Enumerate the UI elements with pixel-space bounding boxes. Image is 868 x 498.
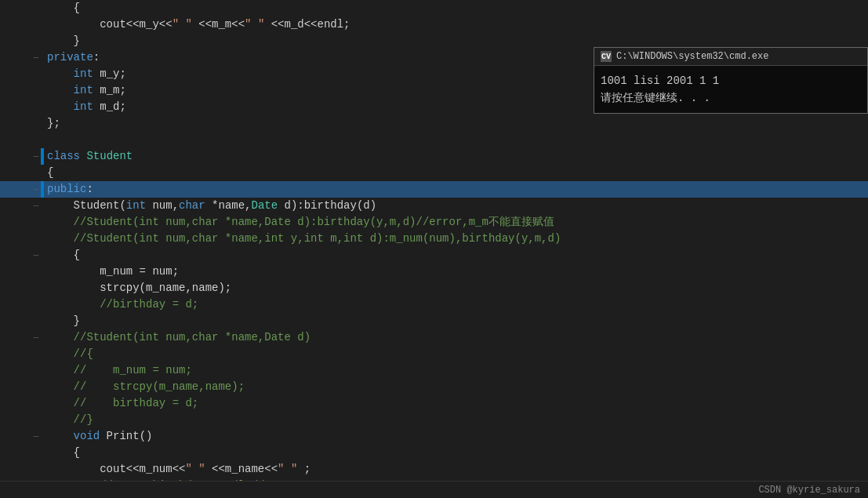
- line-content: {: [44, 247, 80, 264]
- line-content: public:: [44, 181, 93, 198]
- line-content: {: [44, 445, 80, 461]
- code-line: ─ public:: [0, 181, 868, 198]
- code-line: }: [0, 313, 868, 329]
- fold-btn: ─: [31, 152, 41, 162]
- code-line: //}: [0, 412, 868, 428]
- code-line: [0, 132, 868, 148]
- code-line: {: [0, 0, 868, 16]
- line-content: int m_m;: [44, 82, 126, 99]
- cmd-output-line2: 请按任意键继续. . .: [601, 89, 861, 107]
- cmd-icon: CV: [601, 51, 612, 62]
- fold-btn: ─: [31, 53, 41, 63]
- code-line: //Student(int num,char *name,int y,int m…: [0, 231, 868, 247]
- line-content: class Student: [44, 148, 133, 165]
- line-content: Student(int num,char *name,Date d):birth…: [44, 198, 376, 214]
- line-content: }: [44, 313, 80, 329]
- line-content: // birthday = d;: [44, 395, 198, 412]
- line-content: //birthday = d;: [44, 296, 198, 313]
- code-line: //cout<<birthday<<endl;//error: [0, 478, 868, 481]
- code-line: ─ {: [0, 247, 868, 264]
- fold-btn: ─: [31, 185, 41, 194]
- code-line: //birthday = d;: [0, 296, 868, 313]
- line-content: int m_d;: [44, 99, 126, 115]
- line-content: private:: [44, 49, 100, 66]
- cmd-body: 1001 lisi 2001 1 1 请按任意键继续. . .: [594, 66, 867, 113]
- line-content: cout<<m_num<<" " <<m_name<<" " ;: [44, 461, 311, 478]
- line-content: //Student(int num,char *name,int y,int m…: [44, 231, 561, 247]
- code-line: //{: [0, 346, 868, 362]
- fold-btn: ─: [31, 432, 41, 442]
- code-line: strcpy(m_name,name);: [0, 280, 868, 296]
- cmd-window[interactable]: CV C:\WINDOWS\system32\cmd.exe 1001 lisi…: [594, 47, 868, 114]
- line-content: int m_y;: [44, 66, 126, 82]
- code-line: ─ //Student(int num,char *name,Date d): [0, 329, 868, 346]
- line-content: // strcpy(m_name,name);: [44, 379, 245, 395]
- fold-btn: ─: [31, 333, 41, 343]
- code-editor: { cout<<m_y<<" " <<m_m<<" " <<m_d<<endl;…: [0, 0, 868, 481]
- code-line: ─ Student(int num,char *name,Date d):bir…: [0, 198, 868, 214]
- line-content: m_num = num;: [44, 264, 179, 280]
- code-line: // strcpy(m_name,name);: [0, 379, 868, 395]
- line-content: //}: [44, 412, 93, 428]
- fold-btn: ─: [31, 251, 41, 260]
- cmd-title: C:\WINDOWS\system32\cmd.exe: [616, 51, 768, 62]
- code-line: {: [0, 165, 868, 181]
- line-content: }: [44, 33, 80, 49]
- fold-btn: ─: [31, 202, 41, 211]
- line-content: //Student(int num,char *name,Date d): [44, 329, 311, 346]
- cmd-output-line1: 1001 lisi 2001 1 1: [601, 72, 861, 89]
- line-content: {: [44, 0, 80, 16]
- line-content: };: [44, 115, 60, 132]
- code-line: ─ void Print(): [0, 428, 868, 445]
- code-line: // m_num = num;: [0, 362, 868, 379]
- code-line: ─ class Student: [0, 148, 868, 165]
- code-line: //Student(int num,char *name,Date d):bir…: [0, 214, 868, 231]
- editor-area: { cout<<m_y<<" " <<m_m<<" " <<m_d<<endl;…: [0, 0, 868, 481]
- code-line: m_num = num;: [0, 264, 868, 280]
- code-line: };: [0, 115, 868, 132]
- line-content: //{: [44, 346, 93, 362]
- line-content: cout<<m_y<<" " <<m_m<<" " <<m_d<<endl;: [44, 16, 350, 33]
- line-content: {: [44, 165, 53, 181]
- line-content: void Print(): [44, 428, 152, 445]
- code-line: cout<<m_num<<" " <<m_name<<" " ;: [0, 461, 868, 478]
- code-line: {: [0, 445, 868, 461]
- code-line: // birthday = d;: [0, 395, 868, 412]
- line-content: //cout<<birthday<<endl;//error: [44, 478, 297, 481]
- line-content: //Student(int num,char *name,Date d):bir…: [44, 214, 554, 231]
- line-content: // m_num = num;: [44, 362, 192, 379]
- cmd-titlebar: CV C:\WINDOWS\system32\cmd.exe: [594, 48, 867, 66]
- bottom-bar: CSDN @kyrie_sakura: [0, 481, 868, 498]
- code-line: cout<<m_y<<" " <<m_m<<" " <<m_d<<endl;: [0, 16, 868, 33]
- line-content: strcpy(m_name,name);: [44, 280, 231, 296]
- attribution: CSDN @kyrie_sakura: [758, 485, 860, 496]
